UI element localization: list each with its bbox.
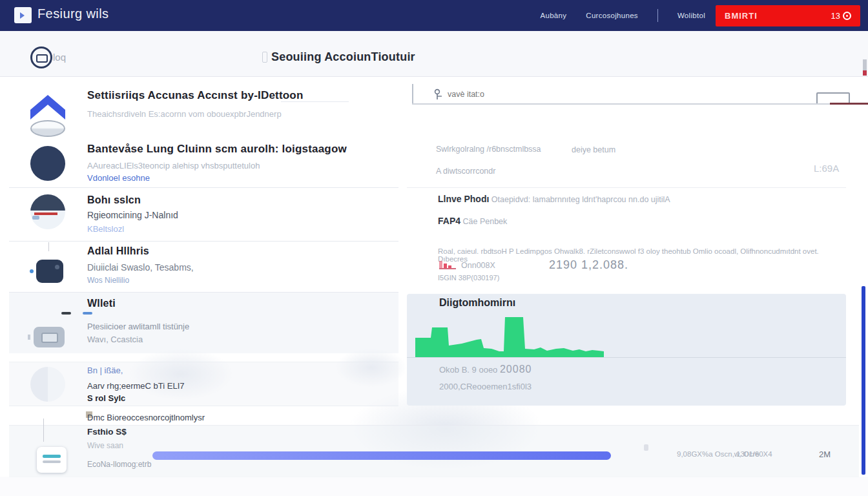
top-navbar: Fesiurg wils Aubàny Curcosojhunes Wolibt… (0, 0, 868, 31)
input-underline (412, 103, 868, 105)
mini-bars-icon (439, 261, 456, 268)
nav-item-2[interactable]: Curcosojhunes (586, 12, 638, 19)
item-subtitle: Fsthio S$ (87, 427, 127, 437)
input-underline-accent (830, 103, 868, 105)
user-label: loq (53, 52, 66, 63)
tick-line (43, 418, 44, 442)
item-link: Wavı, Ccastcia (87, 335, 143, 344)
app-window: Fesiurg wils Aubàny Curcosojhunes Wolibt… (0, 0, 868, 496)
header-nav: Aubàny Curcosojhunes Wolibtol (540, 0, 705, 31)
stat-sub: I5GIN 38P(030197) (438, 274, 499, 282)
item-title: Dmc Bioreoccesnorcojtlnomlysr (87, 413, 205, 422)
item-title: Bantevåse Lung Cluinn scm aurolh: loigst… (87, 143, 347, 156)
chart-caption: Okob B. 9 ooeo 20080 (439, 364, 532, 375)
ellipse-icon (30, 120, 65, 137)
stat-label: Onn008X (461, 261, 495, 270)
row-tint (9, 362, 398, 406)
pale-circle-icon (30, 367, 65, 402)
chart-baseline (407, 357, 846, 358)
setting-line-rest: Otaepidvd: lamabrnnıteg ldrıt'haprcou nn… (489, 195, 670, 204)
item-subtitle: Diuiiclai Swaslo, Tesabms, (87, 262, 194, 273)
list-divider (9, 362, 398, 362)
setting-line-rest: Cäe Penbek (460, 217, 507, 226)
settings-row-label: Swlrkgolralng /r6bnsctmlbssa (436, 145, 541, 154)
nav-item-1[interactable]: Aubàny (540, 12, 566, 19)
description-paragraph: Roal, caieul. rbdtsoH P Ledimpgos Ohwalk… (438, 247, 845, 263)
area-chart (415, 312, 609, 357)
list-divider (9, 187, 398, 188)
nav-divider (657, 9, 658, 22)
settings-row-label: A diwtscorrcondr (436, 167, 495, 176)
chart-caption-left: Okob B. 9 ooeo (439, 365, 497, 375)
item-subtitle: Rgieomcining J-Nalnıd (87, 210, 178, 220)
list-divider (9, 241, 398, 242)
item-subtitle: Aarv rhg;eermeC bTi ELI7 (87, 381, 185, 391)
title-cursor-icon (262, 52, 267, 63)
row-tint (9, 293, 398, 353)
clock-icon (843, 12, 851, 20)
alert-count-value: 13 (831, 11, 840, 21)
section-divider (9, 425, 859, 426)
item-title[interactable]: Bn | ißäe, (87, 366, 123, 375)
circle-icon (30, 146, 65, 181)
progress-tick (644, 444, 648, 451)
item-link[interactable]: Wos Niellilio (87, 276, 129, 285)
setting-line: FAP4 Cäe Penbek (438, 216, 507, 226)
chart-caption-2: 2000,CReooemen1sfi0l3 (439, 382, 532, 391)
panel-divider (407, 187, 846, 188)
wave-ratio-input[interactable] (448, 90, 590, 99)
chart-title: Diigtomhomirnı (439, 297, 515, 309)
pin-icon (434, 88, 443, 100)
avatar-detail (34, 212, 57, 215)
item-link[interactable]: KBeltslozl (87, 224, 124, 234)
app-logo-icon[interactable] (14, 7, 32, 23)
setting-line-bold: FAP4 (438, 216, 460, 226)
scrollbar-top-fragment[interactable] (863, 59, 867, 70)
item-title: Adlal Hllhris (87, 245, 149, 257)
item-link[interactable]: Vdonloel esohne (87, 173, 150, 183)
list-divider (9, 292, 398, 293)
toolbar (0, 31, 868, 76)
card-icon (37, 447, 67, 473)
page-title: Seouiing AccoiunTioutuir (271, 50, 415, 64)
zoom-level: 2M (819, 450, 831, 459)
app-title: Fesiurg wils (37, 6, 108, 21)
chart-caption-big: 20080 (500, 364, 532, 375)
dashes-icon (61, 312, 92, 315)
item-subtitle: Ptesiicioer awlitamll tistünje (87, 322, 189, 331)
vertical-scrollbar[interactable] (862, 286, 865, 475)
wallet-gray-icon (34, 327, 65, 347)
alert-button[interactable]: BMIRTI 13 (716, 5, 860, 26)
setting-line: Llnve Phodı Otaepidvd: lamabrnnıteg ldrı… (438, 194, 670, 204)
footer-stat-2: 1301/60X4 (736, 450, 772, 458)
settings-row-value: L:69A (814, 163, 839, 174)
item-subtitle: Theaichsrdiveln Es:acornn vom obouexpbrJ… (87, 109, 282, 119)
input-border (412, 84, 413, 104)
tick-line (48, 242, 49, 251)
settings-row-value: deiye betum (572, 145, 615, 154)
progress-bar[interactable] (152, 451, 611, 460)
nav-item-3[interactable]: Wolibtol (677, 12, 705, 19)
item-subtitle: AAureacLIEls3teoncip alehisp vhsbsputtet… (87, 161, 260, 170)
alert-button-label: BMIRTI (725, 11, 758, 21)
avatar-detail (32, 216, 39, 220)
item-extra: S rol Sylc (87, 393, 125, 403)
item-title: Settiisriiqs Accunas Accınst by-IDettoon (87, 89, 304, 102)
chevron-up-icon (30, 90, 65, 120)
alert-count: 13 (831, 11, 851, 21)
wallet-icon (36, 260, 63, 283)
stat-value: 2190 1,2.088. (549, 258, 628, 272)
list-divider (9, 406, 398, 406)
item-title: Bohı sslcn (87, 194, 141, 206)
chart-panel: Diigtomhomirnı Okob B. 9 ooeo 20080 2000… (407, 294, 846, 406)
item-link: Wive saan (87, 441, 123, 450)
scrollbar-top-marker (863, 70, 867, 76)
user-avatar-icon[interactable] (30, 46, 52, 68)
item-title: Wlleti (87, 298, 116, 309)
item-extra: EcoNa-llomog:etrb (87, 460, 151, 469)
setting-line-bold: Llnve Phodı (438, 194, 489, 204)
avatar-icon (30, 194, 65, 229)
